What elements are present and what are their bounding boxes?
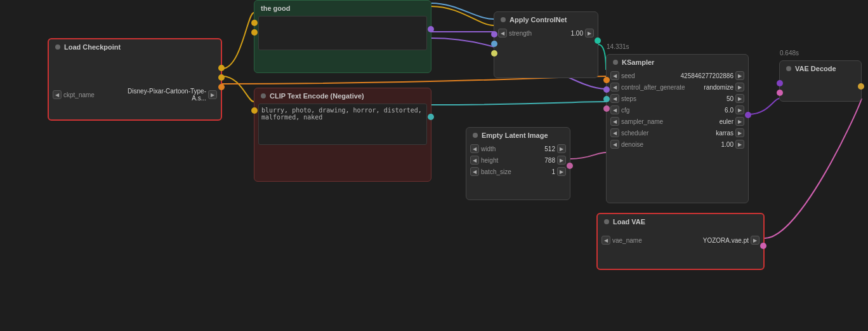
ckpt-prev-btn[interactable]: ◀ <box>53 90 62 99</box>
empty-latent-title: Empty Latent Image <box>466 128 570 143</box>
vae-decode-time: 0.648s <box>780 50 799 57</box>
node-vae-decode: 0.648s VAE Decode <box>779 60 862 102</box>
apply-controlnet-dot <box>501 17 506 22</box>
controlnet-input-image <box>491 50 497 57</box>
ksampler-input-model <box>603 77 610 83</box>
ksampler-output <box>745 112 751 118</box>
height-prev-btn[interactable]: ◀ <box>470 156 479 165</box>
load-vae-output <box>760 243 766 249</box>
batch-next-btn[interactable]: ▶ <box>557 167 566 176</box>
scheduler-row: ◀ scheduler karras ▶ <box>607 127 748 138</box>
ksampler-input-latent <box>603 105 610 112</box>
strength-next-btn[interactable]: ▶ <box>585 29 594 37</box>
strength-value: 1.00 <box>562 30 583 37</box>
output-model-connector <box>218 65 225 71</box>
vae-name-prev-btn[interactable]: ◀ <box>602 236 610 245</box>
steps-label: steps <box>621 95 672 102</box>
scheduler-value: karras <box>674 130 733 137</box>
cfg-label: cfg <box>621 107 672 114</box>
vae-decode-input-samples <box>777 80 783 86</box>
clip-negative-output <box>428 114 434 120</box>
height-value: 788 <box>534 157 555 164</box>
sampler-label: sampler_name <box>621 118 672 125</box>
sampler-prev-btn[interactable]: ◀ <box>610 117 619 126</box>
ksampler-input-neg <box>603 96 610 102</box>
ckpt-name-row: ◀ ckpt_name Disney-Pixar-Cartoon-Type-A.… <box>49 86 221 103</box>
denoise-prev-btn[interactable]: ◀ <box>610 140 619 149</box>
vae-name-value: YOZORA.vae.pt <box>665 237 749 244</box>
ksampler-dot <box>613 60 618 65</box>
scheduler-prev-btn[interactable]: ◀ <box>610 128 619 137</box>
controlnet-output <box>595 37 601 44</box>
cfg-prev-btn[interactable]: ◀ <box>610 105 619 114</box>
height-row: ◀ height 788 ▶ <box>466 154 570 166</box>
node-empty-latent: Empty Latent Image ◀ width 512 ▶ ◀ heigh… <box>466 127 570 200</box>
scheduler-next-btn[interactable]: ▶ <box>735 128 744 137</box>
sampler-row: ◀ sampler_name euler ▶ <box>607 116 748 127</box>
node-load-vae: Load VAE ◀ vae_name YOZORA.vae.pt ▶ <box>596 213 765 270</box>
steps-prev-btn[interactable]: ◀ <box>610 94 619 103</box>
batch-label: batch_size <box>481 168 532 175</box>
clip-positive-input-clip2 <box>251 29 258 36</box>
denoise-row: ◀ denoise 1.00 ▶ <box>607 138 748 150</box>
empty-latent-dot <box>473 133 478 138</box>
batch-row: ◀ batch_size 1 ▶ <box>466 166 570 177</box>
strength-label: strength <box>509 30 560 37</box>
seed-prev-btn[interactable]: ◀ <box>610 71 619 80</box>
control-after-prev-btn[interactable]: ◀ <box>610 83 619 91</box>
cfg-next-btn[interactable]: ▶ <box>735 105 744 114</box>
strength-row: ◀ strength 1.00 ▶ <box>494 27 598 39</box>
control-after-label: control_after_generate <box>621 84 685 91</box>
load-checkpoint-dot <box>55 44 60 50</box>
node-ksampler: 14.331s KSampler ◀ seed 425846277202886 … <box>606 54 749 203</box>
controlnet-input-cond <box>491 31 497 37</box>
controlnet-input-control <box>491 41 497 47</box>
control-after-row: ◀ control_after_generate randomize ▶ <box>607 81 748 93</box>
clip-negative-input <box>251 107 258 114</box>
clip-negative-dot <box>261 93 266 98</box>
control-after-next-btn[interactable]: ▶ <box>735 83 744 91</box>
node-clip-positive: the good <box>254 0 431 73</box>
width-next-btn[interactable]: ▶ <box>557 144 566 153</box>
vae-decode-title: VAE Decode <box>780 61 861 76</box>
cfg-value: 6.0 <box>674 107 733 114</box>
ckpt-next-btn[interactable]: ▶ <box>208 90 217 99</box>
vae-decode-dot <box>786 66 791 71</box>
strength-prev-btn[interactable]: ◀ <box>498 29 507 37</box>
steps-next-btn[interactable]: ▶ <box>735 94 744 103</box>
vae-decode-input-vae <box>777 90 783 96</box>
load-checkpoint-title: Load Checkpoint <box>49 39 221 55</box>
node-canvas: Load Checkpoint ◀ ckpt_name Disney-Pixar… <box>0 0 868 331</box>
seed-row: ◀ seed 425846277202886 ▶ <box>607 70 748 81</box>
sampler-next-btn[interactable]: ▶ <box>735 117 744 126</box>
denoise-next-btn[interactable]: ▶ <box>735 140 744 149</box>
height-next-btn[interactable]: ▶ <box>557 156 566 165</box>
output-clip-connector <box>218 74 225 81</box>
seed-value: 425846277202886 <box>674 72 733 79</box>
seed-next-btn[interactable]: ▶ <box>735 71 744 80</box>
vae-name-row: ◀ vae_name YOZORA.vae.pt ▶ <box>598 234 763 246</box>
ckpt-value: Disney-Pixar-Cartoon-Type-A.s... <box>116 88 206 102</box>
node-clip-negative: CLIP Text Encode (Negative) blurry, phot… <box>254 88 431 182</box>
cfg-row: ◀ cfg 6.0 ▶ <box>607 104 748 116</box>
node-load-checkpoint: Load Checkpoint ◀ ckpt_name Disney-Pixar… <box>48 38 222 121</box>
width-prev-btn[interactable]: ◀ <box>470 144 479 153</box>
batch-prev-btn[interactable]: ◀ <box>470 167 479 176</box>
ksampler-input-pos <box>603 86 610 93</box>
clip-negative-text[interactable]: blurry, photo, drawing, horror, distorte… <box>258 104 427 145</box>
seed-label: seed <box>621 72 672 79</box>
sampler-value: euler <box>674 118 733 125</box>
node-apply-controlnet: Apply ControlNet ◀ strength 1.00 ▶ <box>494 11 598 78</box>
vae-decode-output <box>858 83 864 90</box>
denoise-value: 1.00 <box>674 141 733 148</box>
ckpt-label: ckpt_name <box>63 91 114 98</box>
batch-value: 1 <box>534 168 555 175</box>
vae-name-next-btn[interactable]: ▶ <box>751 236 760 245</box>
ksampler-time: 14.331s <box>607 43 629 50</box>
vae-name-label: vae_name <box>612 237 663 244</box>
denoise-label: denoise <box>621 141 672 148</box>
steps-row: ◀ steps 50 ▶ <box>607 93 748 104</box>
load-vae-dot <box>604 219 609 224</box>
width-row: ◀ width 512 ▶ <box>466 143 570 154</box>
clip-positive-text[interactable] <box>258 16 427 50</box>
